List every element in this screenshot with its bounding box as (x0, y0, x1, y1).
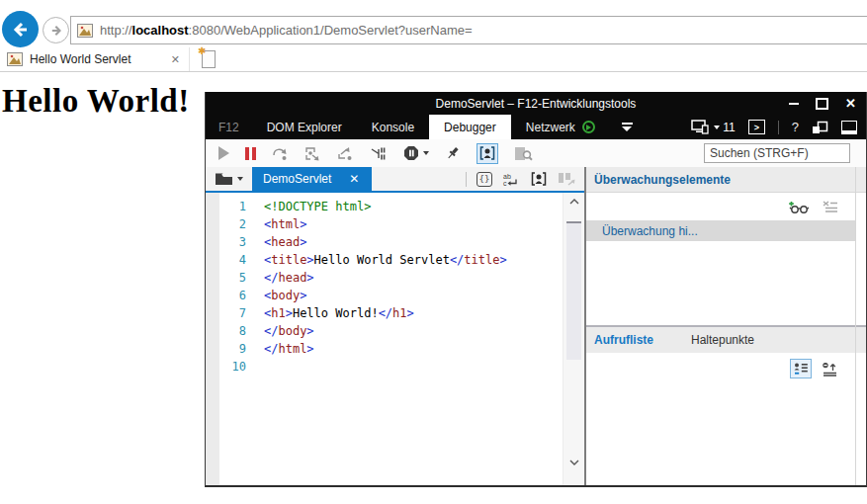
line-number[interactable]: 7 (219, 304, 255, 322)
find-in-files-button[interactable] (514, 146, 533, 161)
watch-toolbar (586, 193, 866, 220)
address-bar[interactable]: http://localhost:8080/WebApplication1/De… (70, 16, 867, 44)
break-on-top-icon[interactable] (822, 362, 838, 377)
scroll-down-button[interactable] (564, 460, 584, 465)
dock-window-icon[interactable] (841, 121, 857, 134)
word-wrap-button[interactable]: ab c (502, 172, 520, 187)
exception-settings-button[interactable] (402, 145, 429, 161)
tab-debugger[interactable]: Debugger (429, 115, 511, 139)
code-line[interactable]: 8</body> (219, 322, 563, 340)
back-arrow-icon (11, 20, 31, 40)
code-lines[interactable]: 1<!DOCTYPE html>2<html>3<head>4<title>He… (219, 193, 563, 485)
tab-aufrufliste[interactable]: Aufrufliste (594, 333, 653, 347)
line-number[interactable]: 8 (219, 322, 255, 340)
file-tab-close-button[interactable]: ✕ (347, 172, 361, 186)
code-line[interactable]: 4<title>Hello World Servlet</title> (219, 251, 563, 269)
devtools-titlebar[interactable]: DemoServlet – F12-Entwicklungstools ✕ (206, 92, 866, 115)
url-text[interactable]: http://localhost:8080/WebApplication1/De… (100, 23, 473, 38)
code-line[interactable]: 5</head> (219, 269, 563, 287)
document-mode-value: 11 (723, 121, 735, 134)
scrollbar-thumb[interactable] (566, 221, 581, 360)
line-number[interactable]: 2 (219, 215, 255, 233)
more-tabs-icon[interactable] (610, 115, 645, 139)
line-number[interactable]: 4 (219, 251, 255, 269)
unpin-windows-icon[interactable] (812, 121, 828, 134)
line-number[interactable]: 1 (219, 198, 255, 215)
watch-add-row[interactable]: Überwachung hi... (586, 220, 855, 241)
pin-source-button[interactable] (445, 145, 461, 161)
search-input[interactable] (704, 143, 850, 163)
line-number[interactable]: 5 (219, 269, 255, 287)
code-line[interactable]: 3<head> (219, 233, 563, 251)
code-editor: 1<!DOCTYPE html>2<html>3<head>4<title>He… (206, 193, 584, 485)
code-line[interactable]: 7<h1>Hello World!</h1> (219, 304, 563, 322)
file-tab-demoservlet[interactable]: DemoServlet ✕ (252, 167, 372, 191)
maximize-button[interactable] (816, 98, 828, 110)
unminify-button-disabled[interactable] (558, 172, 575, 187)
code-text: <head> (264, 233, 306, 251)
editor-scrollbar[interactable] (563, 193, 584, 485)
window-controls: ✕ (789, 92, 856, 115)
back-button[interactable] (2, 11, 39, 47)
open-document-button[interactable] (206, 172, 252, 186)
code-text: <html> (264, 215, 306, 233)
chevron-down-icon (714, 126, 720, 129)
step-into-button[interactable] (304, 146, 321, 161)
step-out-button[interactable] (337, 146, 354, 161)
break-on-new-worker-icon[interactable] (370, 146, 387, 161)
line-number[interactable]: 10 (219, 358, 255, 376)
forward-button[interactable] (43, 17, 69, 43)
code-text: <body> (264, 287, 306, 304)
close-button[interactable]: ✕ (845, 97, 856, 110)
break-pause-button[interactable] (245, 147, 256, 160)
network-record-icon[interactable] (582, 121, 595, 133)
new-tab-star-icon: ✱ (198, 46, 206, 56)
just-my-code-editor-button[interactable] (530, 171, 548, 187)
tab-f12[interactable]: F12 (206, 115, 252, 139)
callstack-tab-bar: Aufrufliste Haltepunkte (586, 325, 866, 353)
new-tab-button[interactable]: ✱ (198, 50, 217, 68)
forward-arrow-icon (49, 24, 63, 38)
delete-watches-icon[interactable] (822, 201, 838, 213)
folder-icon (215, 172, 233, 186)
help-button[interactable]: ? (792, 120, 799, 134)
pretty-print-button[interactable]: {} (477, 172, 492, 187)
code-line[interactable]: 10 (219, 358, 563, 376)
step-over-button[interactable] (272, 146, 289, 161)
editor-tools: {} ab c (477, 171, 584, 187)
minimize-button[interactable] (789, 103, 799, 105)
browser-nav-bar: http://localhost:8080/WebApplication1/De… (0, 0, 867, 47)
line-number[interactable]: 6 (219, 287, 255, 304)
tab-dom-explorer[interactable]: DOM Explorer (252, 115, 357, 139)
just-my-code-button[interactable] (477, 143, 498, 164)
tab-konsole[interactable]: Konsole (357, 115, 429, 139)
code-line[interactable]: 6<body> (219, 287, 563, 304)
breakpoint-gutter[interactable] (206, 193, 219, 485)
file-tab-bar: DemoServlet ✕ {} ab c (206, 167, 584, 191)
line-number[interactable]: 3 (219, 233, 255, 251)
open-console-icon[interactable]: > (748, 120, 765, 134)
line-number[interactable]: 9 (219, 340, 255, 358)
watch-pane: Überwachungselemente Überwachung hi... A… (586, 167, 866, 485)
scroll-up-button[interactable] (564, 199, 584, 205)
divider (466, 172, 467, 187)
file-tab-label: DemoServlet (263, 172, 331, 186)
callstack-toolbar (586, 353, 866, 384)
browser-tab[interactable]: Hello World Servlet ✕ (0, 47, 190, 71)
add-watch-icon[interactable] (788, 200, 809, 214)
code-line[interactable]: 9</html> (219, 340, 563, 358)
tab-netzwerk[interactable]: Netzwerk (511, 115, 610, 139)
tab-haltepunkte[interactable]: Haltepunkte (691, 333, 754, 347)
code-line[interactable]: 1<!DOCTYPE html> (219, 198, 563, 215)
tab-close-button[interactable]: ✕ (169, 53, 182, 66)
callstack-my-code-button[interactable] (790, 359, 812, 378)
devtools-title: DemoServlet – F12-Entwicklungstools (436, 97, 637, 111)
svg-text:c: c (503, 180, 507, 187)
code-line[interactable]: 2<html> (219, 215, 563, 233)
code-text: <title>Hello World Servlet</title> (264, 251, 507, 269)
page-heading: Hello World! (2, 83, 190, 120)
code-text: <h1>Hello World!</h1> (264, 304, 414, 322)
document-mode-selector[interactable]: 11 (691, 120, 735, 134)
continue-button[interactable] (218, 146, 229, 160)
code-text: </body> (264, 322, 314, 340)
